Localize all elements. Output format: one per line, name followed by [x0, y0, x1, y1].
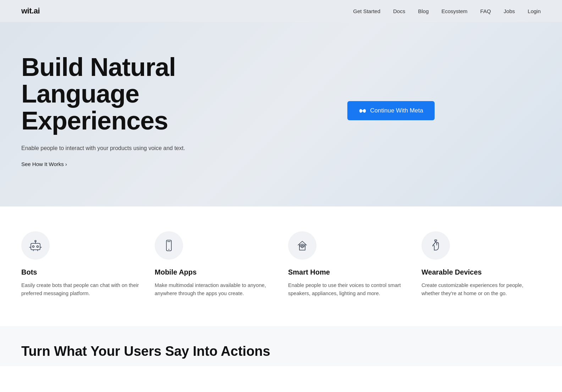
smart-home-description: Enable people to use their voices to con…	[288, 281, 407, 298]
svg-point-10	[169, 249, 169, 250]
svg-point-4	[35, 241, 36, 242]
hero-subtitle: Enable people to interact with your prod…	[21, 144, 220, 153]
nav-get-started[interactable]: Get Started	[353, 8, 380, 14]
nav-jobs[interactable]: Jobs	[504, 8, 515, 14]
svg-rect-13	[435, 240, 437, 241]
bots-icon-wrap	[21, 231, 50, 260]
nav-login[interactable]: Login	[528, 8, 541, 14]
mobile-apps-icon-wrap	[155, 231, 183, 260]
main-nav: wit.ai Get Started Docs Blog Ecosystem F…	[0, 0, 562, 22]
wearable-icon-wrap	[422, 231, 450, 260]
bottom-teaser-title: Turn What Your Users Say Into Actions	[21, 344, 541, 359]
svg-point-12	[302, 246, 303, 248]
mobile-apps-description: Make multimodal interaction available to…	[155, 281, 274, 298]
continue-with-meta-button[interactable]: Continue With Meta	[347, 101, 434, 120]
nav-ecosystem[interactable]: Ecosystem	[441, 8, 467, 14]
hero-section: Build Natural Language Experiences Enabl…	[0, 22, 562, 206]
smart-home-title: Smart Home	[288, 268, 407, 276]
feature-wearable: Wearable Devices Create customizable exp…	[422, 231, 541, 298]
features-section: Bots Easily create bots that people can …	[0, 206, 562, 326]
bots-title: Bots	[21, 268, 140, 276]
bot-icon	[29, 239, 42, 252]
nav-blog[interactable]: Blog	[418, 8, 429, 14]
hero-content: Build Natural Language Experiences Enabl…	[21, 54, 220, 168]
smart-home-icon	[296, 239, 309, 252]
feature-mobile-apps: Mobile Apps Make multimodal interaction …	[155, 231, 274, 298]
bottom-teaser: Turn What Your Users Say Into Actions	[0, 326, 562, 366]
hero-cta-area: Continue With Meta	[220, 101, 541, 120]
wearable-description: Create customizable experiences for peop…	[422, 281, 541, 298]
smart-home-icon-wrap	[288, 231, 316, 260]
hero-title: Build Natural Language Experiences	[21, 54, 220, 134]
svg-point-1	[33, 246, 34, 248]
svg-point-2	[37, 246, 39, 248]
nav-faq[interactable]: FAQ	[480, 8, 491, 14]
feature-bots: Bots Easily create bots that people can …	[21, 231, 140, 298]
feature-smart-home: Smart Home Enable people to use their vo…	[288, 231, 407, 298]
mobile-apps-title: Mobile Apps	[155, 268, 274, 276]
meta-icon	[359, 107, 367, 115]
wearable-icon	[429, 239, 442, 252]
mobile-icon	[162, 239, 176, 252]
site-logo[interactable]: wit.ai	[21, 6, 40, 16]
features-grid: Bots Easily create bots that people can …	[21, 231, 541, 298]
nav-links: Get Started Docs Blog Ecosystem FAQ Jobs…	[353, 8, 541, 14]
see-how-it-works-link[interactable]: See How It Works ›	[21, 161, 67, 167]
wearable-title: Wearable Devices	[422, 268, 541, 276]
bots-description: Easily create bots that people can chat …	[21, 281, 140, 298]
nav-docs[interactable]: Docs	[393, 8, 405, 14]
